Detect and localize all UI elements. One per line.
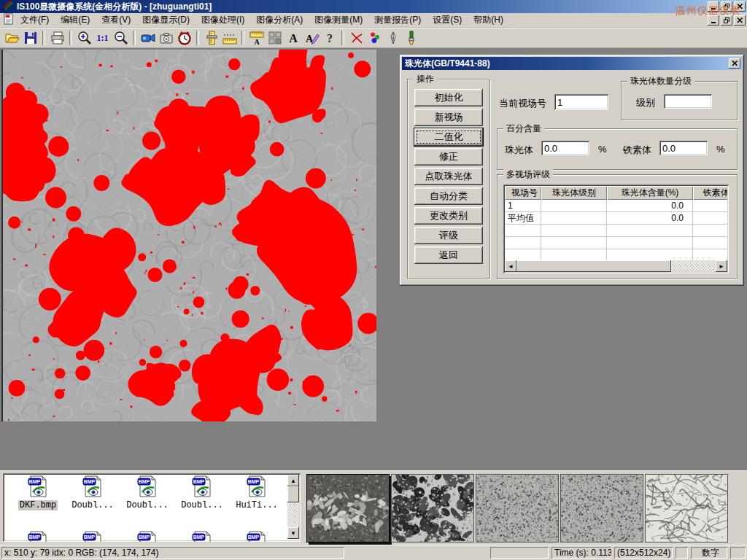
menu-item-image-process[interactable]: 图像处理(I) [196, 13, 250, 26]
scroll-right-button[interactable]: ► [716, 260, 727, 272]
timer-icon[interactable] [175, 29, 193, 47]
menu-item-report[interactable]: 测量报告(P) [368, 13, 427, 26]
file-item[interactable]: BMPDoubl... [176, 475, 228, 510]
file-item[interactable]: BMPDKF.bmp [12, 475, 64, 510]
table-row[interactable]: 平均值0.0 [505, 212, 727, 225]
scroll-down-button[interactable]: ▼ [287, 527, 299, 539]
file-item[interactable]: BMPHuiTi... [231, 475, 283, 510]
scroll-left-button[interactable]: ◄ [505, 260, 516, 272]
menu-item-file[interactable]: 文件(F) [15, 13, 55, 26]
minimize-button[interactable] [708, 1, 719, 12]
toolbar-separator [241, 31, 244, 45]
table-cell [541, 212, 607, 225]
ferrite-input[interactable] [659, 141, 708, 155]
column-header-1[interactable]: 珠光体级别 [541, 186, 607, 200]
thumbnail-4[interactable] [560, 474, 643, 542]
op-button-return[interactable]: 返回 [414, 246, 483, 264]
column-header-0[interactable]: 视场号 [505, 186, 541, 200]
video-camera-icon[interactable] [139, 29, 157, 47]
file-item[interactable]: BMP [66, 531, 119, 542]
file-item[interactable]: BMP [121, 531, 174, 542]
toolbar: 1:1AAA? [0, 28, 747, 48]
op-button-grade[interactable]: 评级 [414, 227, 483, 244]
table-row[interactable] [505, 237, 727, 249]
op-button-binarize[interactable]: 二值化 [414, 128, 483, 146]
op-button-pick-pearlite[interactable]: 点取珠光体 [414, 168, 483, 185]
toolbar-separator [133, 31, 136, 45]
file-item[interactable]: BMP [231, 531, 283, 542]
file-list-scrollbar[interactable]: ▲ ▼ [287, 475, 299, 539]
menu-item-image-measure[interactable]: 图像测量(M) [309, 13, 368, 26]
pen-icon[interactable] [384, 29, 402, 47]
restore-button[interactable] [721, 15, 732, 26]
scrollbar-thumb[interactable] [287, 486, 299, 502]
text-icon[interactable]: A [284, 29, 302, 47]
measure-icon[interactable]: A [247, 29, 266, 47]
thumbnail-5[interactable] [645, 474, 728, 542]
op-button-new-field[interactable]: 新视场 [414, 109, 483, 126]
file-item[interactable]: BMP [176, 531, 228, 542]
menu-item-image-analysis[interactable]: 图像分析(A) [250, 13, 309, 26]
percent-group-label: 百分含量 [503, 123, 544, 133]
table-row[interactable]: 10.0 [505, 200, 727, 212]
tile-icon[interactable] [266, 29, 284, 47]
zoom-out-icon[interactable] [112, 29, 130, 47]
table-horizontal-scrollbar[interactable]: ◄ ► [505, 260, 727, 272]
column-header-2[interactable]: 珠光体含量(%) [607, 186, 693, 200]
close-button[interactable] [734, 15, 746, 26]
bottom-panel: BMPDKF.bmpBMPDoubl...BMPDoubl...BMPDoubl… [0, 470, 747, 545]
caliper-icon[interactable] [202, 29, 220, 47]
table-cell: 1 [505, 200, 541, 212]
close-button[interactable] [734, 1, 746, 12]
document-icon[interactable] [3, 13, 15, 27]
pearlite-input[interactable] [541, 141, 589, 155]
metallographic-image[interactable] [1, 50, 376, 421]
menu-item-view[interactable]: 查看(V) [96, 13, 136, 26]
svg-text:BMP: BMP [248, 534, 260, 540]
thumbnail-3[interactable] [476, 474, 559, 542]
multi-field-group-label: 多视场评级 [503, 169, 553, 179]
menu-item-image-display[interactable]: 图像显示(D) [136, 13, 196, 26]
open-icon[interactable] [3, 29, 21, 47]
zoom-in-icon[interactable] [75, 29, 93, 47]
scroll-up-button[interactable]: ▲ [287, 475, 299, 486]
menu-item-edit[interactable]: 编辑(E) [55, 13, 96, 26]
save-icon[interactable] [21, 29, 39, 47]
annotate-icon[interactable]: A [302, 29, 320, 47]
restore-button[interactable] [721, 1, 732, 12]
column-header-3[interactable]: 铁素体含量(%) [693, 186, 727, 200]
color-dots-icon[interactable] [365, 29, 384, 47]
thumbnail-1[interactable] [306, 474, 390, 542]
actual-size-icon[interactable]: 1:1 [93, 29, 112, 47]
curve-icon[interactable] [347, 29, 365, 47]
table-cell [693, 200, 727, 212]
print-icon[interactable] [48, 29, 66, 47]
brush-icon[interactable] [402, 29, 420, 47]
op-button-auto-classify[interactable]: 自动分类 [414, 187, 483, 205]
ruler-icon[interactable] [220, 29, 239, 47]
file-name: Doubl... [70, 500, 115, 510]
table-row[interactable] [505, 249, 727, 260]
file-item[interactable]: BMP [12, 531, 64, 542]
title-bar: IS100显微摄像系统(金相分析版) - [zhuguangti01] [0, 0, 747, 13]
current-view-input[interactable] [554, 94, 608, 110]
help-icon[interactable]: ? [320, 29, 338, 47]
multi-field-group: 多视场评级 视场号珠光体级别珠光体含量(%)铁素体含量(%)10.0平均值0.0… [497, 174, 738, 279]
thumbnail-2[interactable] [391, 474, 474, 542]
op-button-correct[interactable]: 修正 [414, 148, 483, 166]
dialog-title-bar[interactable]: 珠光体(GB/T9441-88) [402, 57, 742, 70]
menu-item-settings[interactable]: 设置(S) [427, 13, 468, 26]
op-button-initialize[interactable]: 初始化 [414, 89, 483, 106]
grade-label: 级别 [636, 96, 655, 109]
table-row[interactable] [505, 225, 727, 237]
capture-icon[interactable] [157, 29, 175, 47]
dialog-close-button[interactable] [729, 58, 740, 69]
minimize-button[interactable] [708, 15, 719, 26]
op-button-change-class[interactable]: 更改类别 [414, 207, 483, 225]
scrollbar-thumb[interactable] [516, 260, 671, 272]
file-item[interactable]: BMPDoubl... [66, 475, 119, 510]
file-item[interactable]: BMPDoubl... [121, 475, 174, 510]
table-cell [693, 249, 727, 260]
grade-input[interactable] [664, 94, 712, 109]
menu-item-help[interactable]: 帮助(H) [468, 13, 509, 26]
